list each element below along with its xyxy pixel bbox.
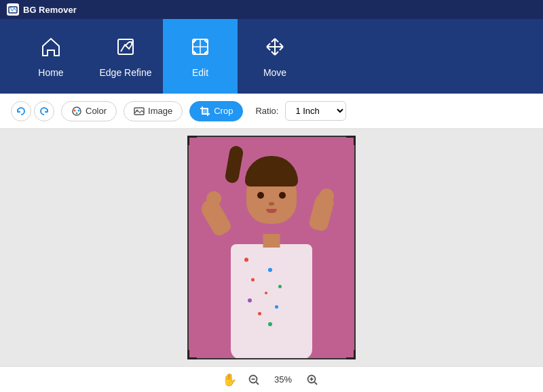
zoom-out-button[interactable] <box>245 371 263 389</box>
titlebar: BG Remover <box>0 0 543 19</box>
image-button[interactable]: Image <box>124 101 183 121</box>
color-button[interactable]: Color <box>61 101 117 121</box>
top-navigation: Home Edge Refine Edit <box>0 19 543 94</box>
crop-icon <box>200 106 210 117</box>
color-icon <box>71 106 82 117</box>
app-icon <box>7 3 19 16</box>
hand-cursor-icon: ✋ <box>222 372 237 387</box>
ratio-select[interactable]: 1 Inch 2 Inch Custom <box>285 101 346 121</box>
nav-item-move[interactable]: Move <box>238 19 312 94</box>
nav-item-edit[interactable]: Edit <box>163 19 238 94</box>
app-title: BG Remover <box>23 5 77 15</box>
ratio-label: Ratio: <box>255 106 278 116</box>
image-container <box>187 136 356 359</box>
crop-button[interactable]: Crop <box>189 101 243 121</box>
svg-line-18 <box>315 382 318 385</box>
nav-edge-label: Edge Refine <box>99 67 151 78</box>
svg-line-3 <box>125 42 129 46</box>
svg-line-15 <box>257 382 259 385</box>
image-icon <box>134 106 145 117</box>
undo-redo-group <box>11 101 54 121</box>
crop-image <box>187 136 356 359</box>
nav-move-label: Move <box>263 67 286 78</box>
bottombar: ✋ 35% <box>0 366 543 392</box>
redo-button[interactable] <box>34 101 54 121</box>
nav-item-edge-refine[interactable]: Edge Refine <box>88 19 163 94</box>
svg-rect-13 <box>202 109 208 114</box>
toolbar: Color Image Crop Ratio: 1 Inch 2 Inch Cu… <box>0 94 543 129</box>
zoom-level: 35% <box>271 374 295 385</box>
svg-point-8 <box>74 109 76 111</box>
nav-edit-label: Edit <box>192 67 208 78</box>
nav-home-label: Home <box>38 67 63 78</box>
zoom-in-button[interactable] <box>303 371 321 389</box>
edge-refine-icon <box>114 35 137 62</box>
svg-point-9 <box>78 109 80 111</box>
edit-icon <box>189 35 212 62</box>
canvas-area <box>0 129 543 366</box>
undo-button[interactable] <box>11 101 31 121</box>
home-icon <box>39 35 62 62</box>
nav-item-home[interactable]: Home <box>14 19 88 94</box>
color-label: Color <box>86 106 107 116</box>
move-icon <box>263 35 286 62</box>
crop-label: Crop <box>214 106 233 116</box>
svg-point-10 <box>76 112 78 114</box>
image-label: Image <box>148 106 172 116</box>
